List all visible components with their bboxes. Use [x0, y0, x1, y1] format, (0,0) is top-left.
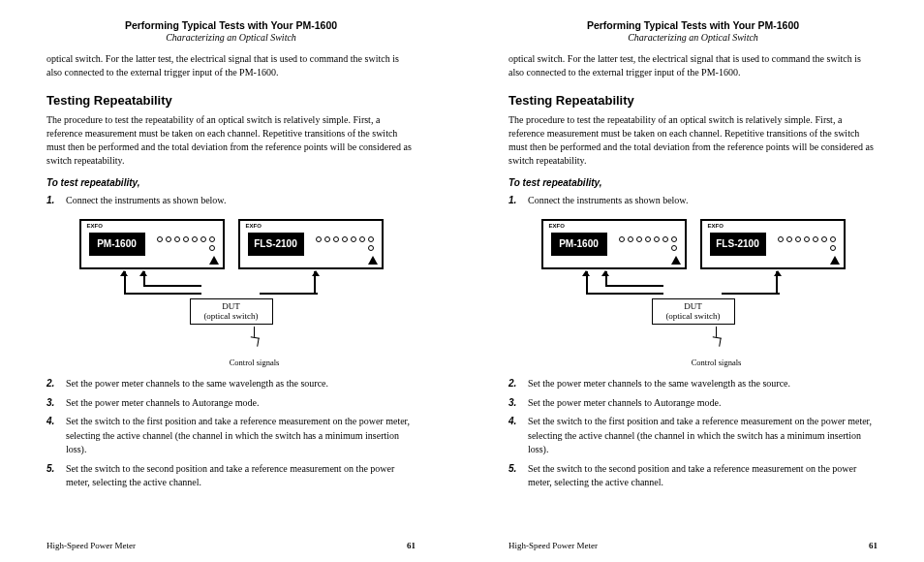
intro-paragraph: The procedure to test the repeatability …: [46, 113, 416, 168]
step-num: 3.: [508, 396, 522, 411]
page-left: Performing Typical Tests with Your PM-16…: [0, 0, 462, 562]
wiring: [541, 271, 846, 298]
section-heading: Testing Repeatability: [508, 93, 878, 108]
step-num: 1.: [508, 194, 522, 208]
page-footer: High-Speed Power Meter 61: [508, 535, 878, 550]
step-num: 2.: [508, 377, 522, 391]
device-controls: [766, 234, 840, 253]
device-pm1600: EXFO PM-1600: [79, 219, 225, 269]
device-display: PM-1600: [551, 233, 607, 256]
step-text: Set the switch to the second position an…: [528, 462, 878, 490]
step-text: Set the power meter channels to Autorang…: [528, 396, 721, 411]
dut-subtitle: (optical switch): [653, 311, 734, 322]
step-2: 2.Set the power meter channels to the sa…: [46, 377, 416, 391]
step-text: Set the power meter channels to Autorang…: [66, 396, 259, 411]
device-controls: [145, 234, 219, 253]
step-3: 3.Set the power meter channels to Autora…: [46, 396, 416, 411]
step-text: Connect the instruments as shown below.: [528, 194, 688, 208]
dut-title: DUT: [191, 301, 272, 312]
page-footer: High-Speed Power Meter 61: [46, 535, 416, 550]
device-display: PM-1600: [89, 233, 145, 256]
step-num: 1.: [46, 194, 60, 208]
footer-left: High-Speed Power Meter: [508, 541, 598, 550]
control-wire: [716, 327, 717, 340]
brand-label: EXFO: [708, 223, 724, 229]
dut-box: DUT (optical switch): [652, 298, 735, 326]
brand-label: EXFO: [549, 223, 565, 229]
device-pm1600: EXFO PM-1600: [541, 219, 687, 269]
lead-paragraph: optical switch. For the latter test, the…: [46, 52, 416, 79]
connection-diagram: EXFO PM-1600 EXFO FLS-2100: [541, 219, 846, 368]
step-text: Set the switch to the first position and…: [66, 415, 416, 457]
wiring: [79, 271, 384, 298]
device-display: FLS-2100: [248, 233, 304, 256]
step-text: Set the power meter channels to the same…: [66, 377, 328, 391]
step-num: 2.: [46, 377, 60, 391]
dut-title: DUT: [653, 301, 734, 312]
step-text: Connect the instruments as shown below.: [66, 194, 226, 208]
dut-box: DUT (optical switch): [190, 298, 273, 326]
step-5: 5.Set the switch to the second position …: [46, 462, 416, 490]
step-1: 1.Connect the instruments as shown below…: [508, 194, 878, 208]
connection-diagram: EXFO PM-1600 EXFO FLS-2100: [79, 219, 384, 368]
device-fls2100: EXFO FLS-2100: [700, 219, 846, 269]
control-label: Control signals: [565, 358, 869, 367]
page-right: Performing Typical Tests with Your PM-16…: [462, 0, 924, 562]
brand-label: EXFO: [87, 223, 103, 229]
warning-icon: [209, 256, 219, 265]
lead-paragraph: optical switch. For the latter test, the…: [508, 52, 878, 79]
footer-left: High-Speed Power Meter: [46, 541, 136, 550]
step-num: 5.: [508, 462, 522, 490]
brand-label: EXFO: [246, 223, 262, 229]
header-subtitle: Characterizing an Optical Switch: [46, 32, 416, 43]
step-1: 1.Connect the instruments as shown below…: [46, 194, 416, 208]
step-text: Set the switch to the second position an…: [66, 462, 416, 490]
step-4: 4.Set the switch to the first position a…: [46, 415, 416, 457]
intro-paragraph: The procedure to test the repeatability …: [508, 113, 878, 168]
step-num: 4.: [508, 415, 522, 457]
section-heading: Testing Repeatability: [46, 93, 416, 108]
step-3: 3.Set the power meter channels to Autora…: [508, 396, 878, 411]
control-wire: [254, 327, 255, 340]
warning-icon: [830, 256, 840, 265]
step-4: 4.Set the switch to the first position a…: [508, 415, 878, 457]
warning-icon: [368, 256, 378, 265]
procedure-label: To test repeatability,: [46, 177, 416, 188]
page-number: 61: [869, 541, 878, 550]
page-number: 61: [407, 541, 416, 550]
procedure-label: To test repeatability,: [508, 177, 878, 188]
step-num: 5.: [46, 462, 60, 490]
step-2: 2.Set the power meter channels to the sa…: [508, 377, 878, 391]
device-controls: [607, 234, 681, 253]
control-label: Control signals: [103, 358, 407, 367]
device-fls2100: EXFO FLS-2100: [238, 219, 384, 269]
step-5: 5.Set the switch to the second position …: [508, 462, 878, 490]
warning-icon: [671, 256, 681, 265]
device-display: FLS-2100: [710, 233, 766, 256]
header-subtitle: Characterizing an Optical Switch: [508, 32, 878, 43]
page-header: Performing Typical Tests with Your PM-16…: [46, 19, 416, 43]
header-title: Performing Typical Tests with Your PM-16…: [508, 19, 878, 31]
step-num: 3.: [46, 396, 60, 411]
device-controls: [304, 234, 378, 253]
page-header: Performing Typical Tests with Your PM-16…: [508, 19, 878, 43]
step-text: Set the switch to the first position and…: [528, 415, 878, 457]
step-text: Set the power meter channels to the same…: [528, 377, 790, 391]
step-num: 4.: [46, 415, 60, 457]
dut-subtitle: (optical switch): [191, 311, 272, 322]
header-title: Performing Typical Tests with Your PM-16…: [46, 19, 416, 31]
